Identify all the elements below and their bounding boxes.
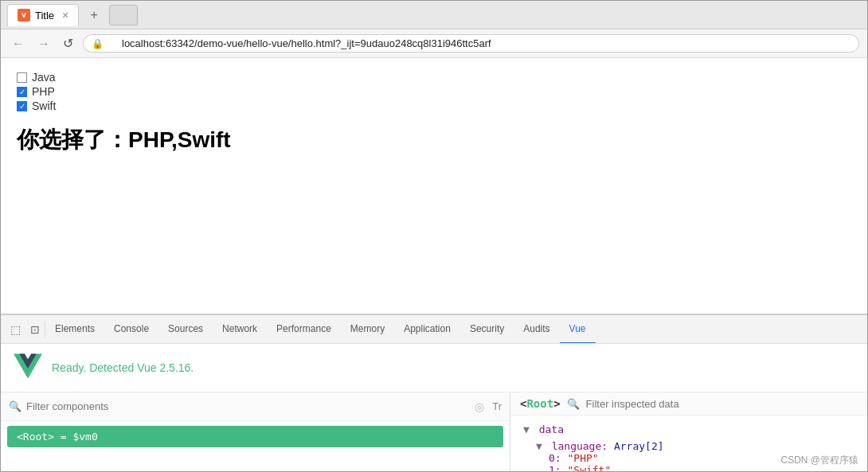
search-icon: 🔍: [9, 400, 22, 412]
address-text: localhost:63342/demo-vue/hello-vue/hello…: [106, 37, 491, 49]
address-bar[interactable]: 🔒 localhost:63342/demo-vue/hello-vue/hel…: [83, 34, 859, 53]
component-filter-input[interactable]: [26, 400, 467, 412]
tab-audits[interactable]: Audits: [514, 315, 559, 344]
browser-body: Java PHP Swift 你选择了：PHP,Swift ⬚ ⊡: [1, 58, 867, 472]
tab-favicon: V: [18, 9, 30, 21]
devtools-panel: ⬚ ⊡ Elements Console Sources Network Per…: [1, 314, 867, 472]
checkbox-swift: Swift: [17, 99, 851, 112]
selected-prefix: 你选择了：: [17, 127, 128, 152]
root-component-item[interactable]: <Root> = $vm0: [7, 426, 503, 447]
tab-console[interactable]: Console: [104, 315, 158, 344]
item-0-value: "PHP": [567, 452, 598, 464]
window-maximize-button[interactable]: [109, 5, 138, 25]
language-toggle-arrow[interactable]: ▼: [536, 440, 542, 452]
tab-security[interactable]: Security: [460, 315, 514, 344]
checkbox-php: PHP: [17, 85, 851, 98]
tab-performance[interactable]: Performance: [267, 315, 341, 344]
address-bar-container: 🔒 localhost:63342/demo-vue/hello-vue/hel…: [83, 34, 859, 53]
item-1-index: 1:: [549, 464, 561, 472]
watermark: CSDN @管程序猿: [780, 454, 858, 467]
item-1-value: "Swift": [567, 464, 611, 472]
inspector-root-name: Root: [526, 397, 553, 410]
tab-close-button[interactable]: ×: [62, 9, 68, 21]
tab-elements[interactable]: Elements: [45, 315, 104, 344]
item-0-index: 0:: [549, 452, 561, 464]
checkbox-php-label: PHP: [32, 85, 55, 98]
inspector-header: <Root> 🔍: [510, 392, 867, 415]
page-content: Java PHP Swift 你选择了：PHP,Swift: [1, 58, 867, 163]
language-type: Array[2]: [614, 440, 664, 452]
checkbox-swift-input[interactable]: [17, 101, 27, 111]
browser-titlebar: V Title × +: [1, 1, 867, 29]
inspect-filter-button[interactable]: ◎: [475, 400, 484, 413]
tab-memory[interactable]: Memory: [341, 315, 394, 344]
language-key: language:: [552, 440, 608, 452]
lock-icon: 🔒: [92, 38, 104, 49]
checkbox-php-input[interactable]: [17, 87, 27, 97]
tab-application[interactable]: Application: [394, 315, 460, 344]
language-section: ▼ language: Array[2]: [536, 440, 854, 452]
selected-value: PHP,Swift: [128, 127, 231, 152]
vue-logo: [14, 352, 42, 384]
forward-button[interactable]: →: [34, 35, 53, 53]
inspect-element-button[interactable]: ⬚: [6, 320, 25, 339]
data-key: data: [539, 423, 564, 435]
tab-network[interactable]: Network: [213, 315, 267, 344]
component-filter-bar: 🔍 ◎ Tr: [1, 392, 510, 421]
vue-panel-header: Ready. Detected Vue 2.5.16.: [1, 344, 867, 392]
page-area: Java PHP Swift 你选择了：PHP,Swift: [1, 58, 867, 314]
data-section: ▼ data: [523, 423, 854, 435]
inspector-search-icon: 🔍: [567, 398, 580, 410]
back-button[interactable]: ←: [9, 35, 28, 53]
reload-button[interactable]: ↺: [60, 34, 76, 53]
checkbox-java-label: Java: [32, 71, 56, 84]
new-tab-button[interactable]: +: [84, 5, 104, 25]
checkbox-java-input[interactable]: [17, 72, 27, 83]
devtools-tabs: ⬚ ⊡ Elements Console Sources Network Per…: [1, 315, 867, 344]
checkbox-java: Java: [17, 71, 851, 84]
format-filter-button[interactable]: Tr: [492, 400, 502, 412]
inspector-filter-input[interactable]: [586, 398, 858, 410]
tab-sources[interactable]: Sources: [158, 315, 213, 344]
checkbox-swift-label: Swift: [32, 99, 56, 112]
tab-vue[interactable]: Vue: [560, 315, 596, 344]
browser-addressbar: ← → ↺ 🔒 localhost:63342/demo-vue/hello-v…: [1, 29, 867, 58]
devtools-area: ⬚ ⊡ Elements Console Sources Network Per…: [1, 314, 867, 472]
vue-ready-message: Ready. Detected Vue 2.5.16.: [52, 361, 194, 374]
inspector-root-label: <Root>: [520, 397, 561, 410]
device-toolbar-button[interactable]: ⊡: [25, 320, 45, 339]
selected-text: 你选择了：PHP,Swift: [17, 125, 851, 155]
component-list: <Root> = $vm0: [1, 421, 510, 452]
checkbox-group: Java PHP Swift: [17, 71, 851, 112]
data-toggle-arrow[interactable]: ▼: [523, 423, 530, 435]
browser-tab[interactable]: V Title ×: [7, 4, 79, 26]
tab-title: Title: [35, 10, 54, 21]
